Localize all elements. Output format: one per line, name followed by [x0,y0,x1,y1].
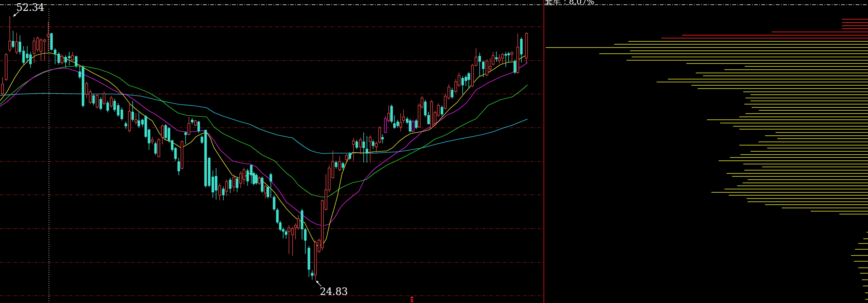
sell-point-marker: S [408,296,416,303]
sell-marker-letter: S [410,298,413,303]
chart-background [0,0,868,303]
low-price-callout: 24.83 [320,287,348,296]
trading-terminal: 52.34 24.83 套牢：8.07% S [0,0,868,303]
trapped-percent-label: 套牢：8.07% [545,0,594,6]
high-price-callout: 52.34 [16,3,44,12]
chart-canvas[interactable] [0,0,868,303]
